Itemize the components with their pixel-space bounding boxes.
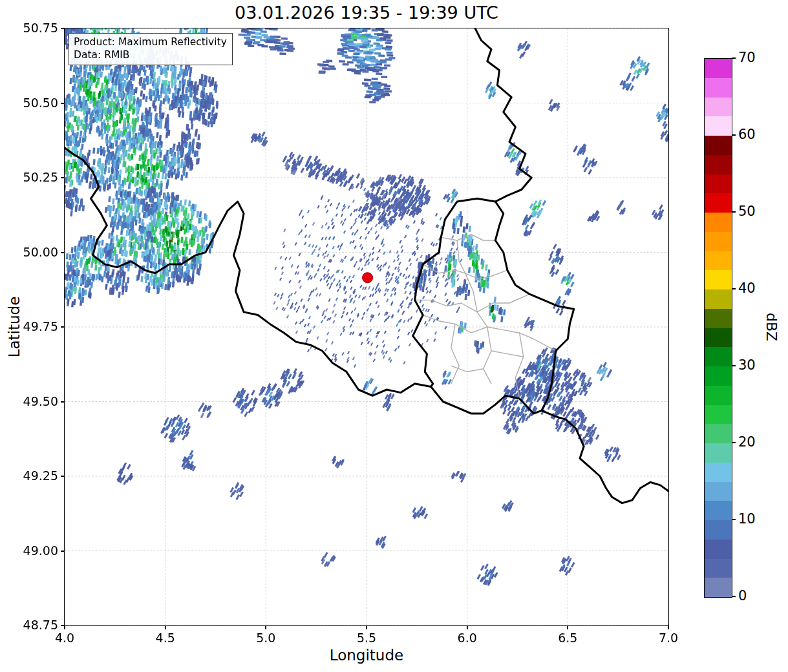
colorbar-band xyxy=(705,309,732,328)
y-tick-label: 49.50 xyxy=(0,394,58,408)
colorbar-band xyxy=(705,78,732,98)
colorbar-band xyxy=(705,463,732,482)
district-border-line xyxy=(451,324,459,383)
country-border-line xyxy=(475,28,531,202)
x-tick-label: 4.0 xyxy=(42,631,87,645)
x-tick-label: 5.0 xyxy=(243,631,288,645)
colorbar-band xyxy=(705,366,732,386)
y-tick-label: 50.50 xyxy=(0,96,58,110)
y-tick-label: 50.00 xyxy=(0,245,58,259)
colorbar-axis-label: dBZ xyxy=(763,313,780,341)
colorbar-tick-label: 40 xyxy=(738,280,756,296)
data-source-line: Data: RMIB xyxy=(74,48,227,61)
colorbar-tick-mark xyxy=(732,211,736,213)
colorbar-band xyxy=(705,270,732,289)
y-tick-mark xyxy=(61,326,65,328)
colorbar-band xyxy=(705,501,732,520)
district-border-line xyxy=(457,240,465,273)
colorbar-tick-mark xyxy=(732,519,736,520)
y-tick-label: 50.75 xyxy=(0,21,58,35)
district-border-line xyxy=(415,294,530,312)
colorbar-band xyxy=(705,347,732,366)
y-tick-mark xyxy=(61,28,65,29)
x-axis-label: Longitude xyxy=(65,647,668,664)
colorbar-band xyxy=(705,155,732,174)
y-tick-mark xyxy=(61,551,65,552)
district-border-line xyxy=(423,315,556,352)
colorbar-band xyxy=(705,289,732,309)
colorbar-tick-mark xyxy=(732,288,736,289)
colorbar-band xyxy=(705,232,732,251)
colorbar-band xyxy=(705,59,732,78)
y-tick-mark xyxy=(61,177,65,178)
y-tick-label: 50.25 xyxy=(0,170,58,184)
country-border-line xyxy=(65,148,431,396)
district-border-line xyxy=(451,366,484,372)
x-tick-mark xyxy=(567,625,568,629)
y-tick-mark xyxy=(61,401,65,403)
map-borders-layer xyxy=(65,28,668,625)
colorbar-band xyxy=(705,174,732,194)
y-tick-label: 48.75 xyxy=(0,618,58,632)
colorbar-band xyxy=(705,405,732,425)
y-tick-mark xyxy=(61,625,65,626)
colorbar-band xyxy=(705,328,732,348)
colorbar-band xyxy=(705,116,732,136)
x-tick-label: 6.5 xyxy=(545,631,590,645)
y-tick-label: 49.25 xyxy=(0,468,58,483)
x-tick-mark xyxy=(165,625,166,629)
x-tick-label: 7.0 xyxy=(646,631,691,645)
colorbar-band xyxy=(705,424,732,443)
y-tick-label: 49.00 xyxy=(0,543,58,558)
district-border-line xyxy=(441,235,495,240)
product-line: Product: Maximum Reflectivity xyxy=(74,36,227,48)
colorbar-band xyxy=(705,540,732,559)
y-tick-mark xyxy=(61,103,65,104)
x-tick-mark xyxy=(668,625,669,629)
colorbar xyxy=(704,58,732,598)
colorbar-band xyxy=(705,482,732,501)
colorbar-band xyxy=(705,213,732,232)
district-border-line xyxy=(515,333,523,399)
colorbar-tick-label: 0 xyxy=(738,588,747,604)
colorbar-tick-mark xyxy=(732,442,736,443)
colorbar-tick-mark xyxy=(732,58,736,59)
colorbar-tick-label: 50 xyxy=(738,204,756,219)
colorbar-band xyxy=(705,98,732,117)
x-tick-mark xyxy=(265,625,266,629)
map-plot-area: Product: Maximum Reflectivity Data: RMIB xyxy=(64,28,669,626)
radar-site-marker xyxy=(363,273,373,283)
colorbar-band xyxy=(705,251,732,271)
colorbar-band xyxy=(705,559,732,578)
y-tick-mark xyxy=(61,252,65,253)
x-tick-mark xyxy=(467,625,468,629)
colorbar-tick-mark xyxy=(732,134,736,136)
x-tick-label: 4.5 xyxy=(143,631,188,645)
colorbar-tick-label: 60 xyxy=(738,127,756,142)
x-tick-label: 5.5 xyxy=(344,631,389,645)
colorbar-tick-label: 30 xyxy=(738,357,756,373)
district-border-line xyxy=(491,351,524,357)
figure-title: 03.01.2026 19:35 - 19:39 UTC xyxy=(65,3,668,23)
y-tick-mark xyxy=(61,476,65,477)
radar-figure: 03.01.2026 19:35 - 19:39 UTC Product: Ma… xyxy=(0,0,788,672)
colorbar-tick-label: 20 xyxy=(738,434,756,450)
colorbar-band xyxy=(705,443,732,463)
colorbar-band xyxy=(705,136,732,155)
colorbar-band xyxy=(705,578,732,597)
y-tick-label: 49.75 xyxy=(0,319,58,333)
colorbar-band xyxy=(705,386,732,405)
district-border-line xyxy=(423,264,507,279)
x-tick-mark xyxy=(366,625,367,629)
colorbar-tick-label: 10 xyxy=(738,511,756,527)
luxembourg-outline xyxy=(413,198,574,414)
product-annotation-box: Product: Maximum Reflectivity Data: RMIB xyxy=(69,33,233,65)
district-border-line xyxy=(477,312,487,327)
country-border-line xyxy=(542,410,668,503)
x-tick-label: 6.0 xyxy=(445,631,490,645)
colorbar-tick-mark xyxy=(732,365,736,366)
colorbar-tick-label: 70 xyxy=(738,50,756,65)
colorbar-band xyxy=(705,193,732,213)
colorbar-tick-mark xyxy=(732,596,736,597)
colorbar-band xyxy=(705,520,732,540)
